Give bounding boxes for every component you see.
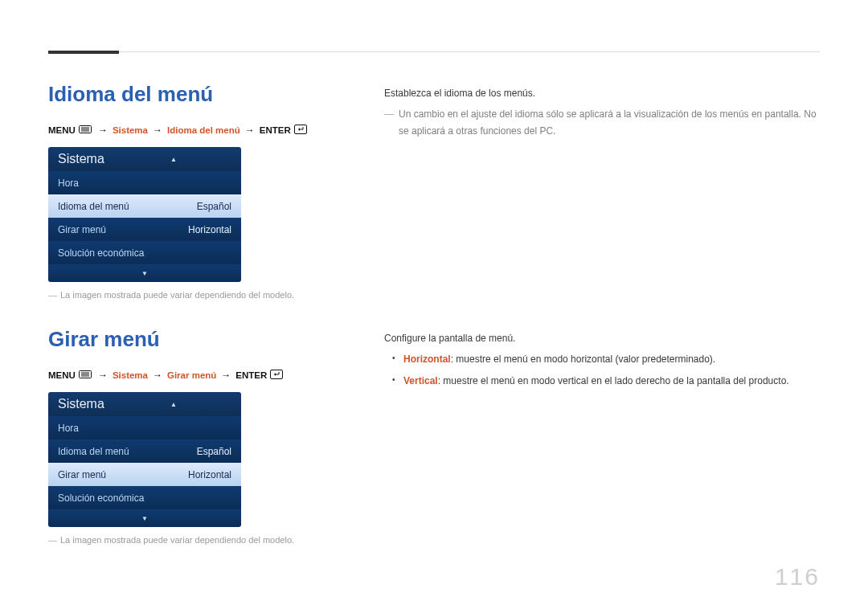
osd-title-text: Sistema xyxy=(58,397,104,411)
breadcrumb-menu-label: MENU xyxy=(48,125,76,135)
arrow-icon: → xyxy=(149,370,166,381)
bullet-horizontal: Horizontal: muestre el menú en modo hori… xyxy=(392,351,820,367)
osd-row-solucion-economica[interactable]: Solución económica xyxy=(48,241,241,264)
note-image-disclaimer-1: La imagen mostrada puede variar dependie… xyxy=(48,290,346,300)
osd-label: Girar menú xyxy=(58,224,106,235)
desc-bullet-list: Horizontal: muestre el menú en modo hori… xyxy=(392,351,820,389)
osd-title: Sistema ▲ xyxy=(48,147,241,171)
desc-idioma: Establezca el idioma de los menús. ― Un … xyxy=(384,82,820,139)
bullet-text: : muestre el menú en modo vertical en el… xyxy=(438,375,789,386)
osd-label: Idioma del menú xyxy=(58,201,129,212)
note-dash-icon: ― xyxy=(384,106,394,139)
osd-label: Girar menú xyxy=(58,469,106,480)
osd-menu-2: Sistema ▲ Hora Idioma del menú Español G… xyxy=(48,392,241,527)
osd-row-idioma-del-menu[interactable]: Idioma del menú Español xyxy=(48,194,241,218)
desc-line-configure: Configure la pantalla de menú. xyxy=(384,330,820,346)
osd-footer: ▼ xyxy=(48,264,241,282)
osd-row-hora[interactable]: Hora xyxy=(48,416,241,439)
osd-value: Horizontal xyxy=(188,224,231,235)
enter-icon xyxy=(270,370,283,381)
breadcrumb-sistema: Sistema xyxy=(113,370,148,380)
osd-label: Hora xyxy=(58,423,79,434)
bullet-text: : muestre el menú en modo horizontal (va… xyxy=(451,353,716,365)
osd-label: Solución económica xyxy=(58,247,144,259)
arrow-icon: → xyxy=(95,370,111,381)
enter-icon xyxy=(294,125,307,136)
bullet-vertical: Vertical: muestre el menú en modo vertic… xyxy=(392,373,820,389)
osd-row-solucion-economica[interactable]: Solución económica xyxy=(48,486,241,509)
desc-note-cambio-idioma: ― Un cambio en el ajuste del idioma sólo… xyxy=(384,106,820,139)
heading-girar-menu: Girar menú xyxy=(48,327,346,352)
triangle-up-icon: ▲ xyxy=(170,401,233,408)
osd-row-girar-menu[interactable]: Girar menú Horizontal xyxy=(48,218,241,241)
osd-value: Horizontal xyxy=(188,469,231,480)
page-number: 116 xyxy=(775,563,820,591)
section-idioma-del-menu: Idioma del menú MENU → Sistema → Idioma … xyxy=(48,82,820,300)
triangle-down-icon: ▼ xyxy=(141,270,148,277)
osd-value: Español xyxy=(197,201,231,212)
arrow-icon: → xyxy=(242,125,258,136)
breadcrumb-girar: MENU → Sistema → Girar menú → ENTER xyxy=(48,370,346,381)
arrow-icon: → xyxy=(95,125,111,136)
breadcrumb-enter-label: ENTER xyxy=(235,370,267,380)
osd-title-text: Sistema xyxy=(58,152,104,166)
breadcrumb-menu-label: MENU xyxy=(48,370,76,380)
osd-row-hora[interactable]: Hora xyxy=(48,171,241,194)
osd-label: Idioma del menú xyxy=(58,446,129,457)
osd-value: Español xyxy=(197,446,231,457)
breadcrumb-girar-menu: Girar menú xyxy=(167,370,216,380)
osd-menu-1: Sistema ▲ Hora Idioma del menú Español G… xyxy=(48,147,241,282)
arrow-icon: → xyxy=(149,125,166,136)
note-image-disclaimer-2: La imagen mostrada puede variar dependie… xyxy=(48,535,346,545)
desc-note-text: Un cambio en el ajuste del idioma sólo s… xyxy=(399,106,820,139)
bullet-term: Horizontal xyxy=(403,353,451,365)
heading-idioma-del-menu: Idioma del menú xyxy=(48,82,346,107)
desc-line-establezca: Establezca el idioma de los menús. xyxy=(384,85,820,101)
arrow-icon: → xyxy=(218,370,234,381)
breadcrumb-idioma-del-menu: Idioma del menú xyxy=(167,125,240,135)
top-divider xyxy=(48,51,820,52)
osd-title: Sistema ▲ xyxy=(48,392,241,416)
osd-row-idioma-del-menu[interactable]: Idioma del menú Español xyxy=(48,439,241,463)
triangle-up-icon: ▲ xyxy=(170,156,233,163)
menu-icon xyxy=(79,125,92,135)
breadcrumb-idioma: MENU → Sistema → Idioma del menú → ENTER xyxy=(48,125,346,136)
osd-footer: ▼ xyxy=(48,509,241,527)
breadcrumb-enter-label: ENTER xyxy=(260,125,291,135)
desc-girar: Configure la pantalla de menú. Horizonta… xyxy=(384,327,820,394)
osd-label: Solución económica xyxy=(58,492,144,504)
bullet-term: Vertical xyxy=(403,375,438,386)
triangle-down-icon: ▼ xyxy=(141,515,148,522)
breadcrumb-sistema: Sistema xyxy=(113,125,148,135)
section-girar-menu: Girar menú MENU → Sistema → Girar menú →… xyxy=(48,327,820,545)
top-divider-accent xyxy=(48,51,119,54)
osd-label: Hora xyxy=(58,178,79,189)
osd-row-girar-menu[interactable]: Girar menú Horizontal xyxy=(48,463,241,486)
menu-icon xyxy=(79,370,92,380)
